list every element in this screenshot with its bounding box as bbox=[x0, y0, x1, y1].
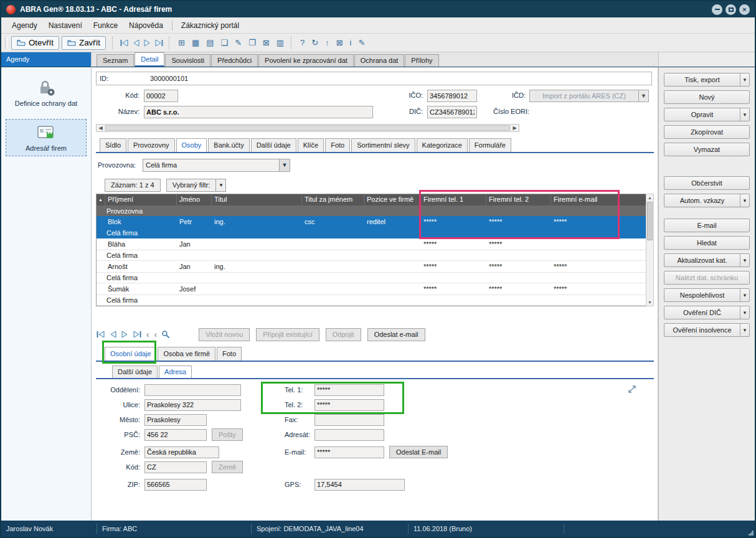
action-autom-vzkazy-button[interactable]: Autom. vzkazy▾ bbox=[664, 194, 750, 207]
sort-ascending-icon[interactable]: ▲ bbox=[97, 194, 105, 205]
tab-povoleni-ke-zpracovani-dat[interactable]: Povolení ke zpracování dat bbox=[258, 54, 354, 67]
tab-dalsi-udaje[interactable]: Další údaje bbox=[112, 366, 158, 378]
tab-detail[interactable]: Detail bbox=[135, 52, 164, 67]
tab-adresa[interactable]: Adresa bbox=[159, 366, 192, 378]
filter-dropdown[interactable]: Vybraný filtr: ▾ bbox=[166, 179, 227, 192]
document-icon[interactable]: ❏ bbox=[219, 39, 230, 47]
tab-bank-ucty[interactable]: Bank.účty bbox=[208, 138, 249, 152]
close-agenda-button[interactable]: Zavřít bbox=[62, 36, 106, 50]
chevron-left-icon[interactable]: ‹ bbox=[146, 329, 150, 339]
table-view-icon[interactable]: ▦ bbox=[190, 39, 201, 47]
dropdown-arrow-icon[interactable]: ▾ bbox=[740, 306, 749, 319]
tab-foto[interactable]: Foto bbox=[325, 138, 350, 152]
dropdown-arrow-icon[interactable]: ▾ bbox=[740, 108, 749, 121]
dic-input[interactable] bbox=[427, 106, 477, 118]
scroll-right-icon[interactable]: ▶ bbox=[511, 125, 519, 131]
action-e-mail-button[interactable]: E-mail bbox=[664, 219, 750, 232]
help-document-icon[interactable]: ? bbox=[298, 39, 306, 47]
ares-import-button[interactable]: Import z portálu ARES (CZ) ▼ bbox=[529, 90, 649, 102]
menu-item-agendy[interactable]: Agendy bbox=[6, 19, 43, 32]
field-ulice[interactable] bbox=[144, 399, 241, 411]
tab-sortimentni-slevy[interactable]: Sortimentní slevy bbox=[351, 138, 415, 152]
odeslat-e-mail-button[interactable]: Odeslat E-mail bbox=[389, 446, 448, 458]
field-adresat[interactable] bbox=[314, 429, 384, 441]
action-aktualizovat-kat-button[interactable]: Aktualizovat kat.▾ bbox=[664, 253, 750, 267]
table-row[interactable]: ArnoštJaning.*************** bbox=[97, 261, 646, 273]
dropdown-arrow-icon[interactable]: ▾ bbox=[740, 73, 749, 86]
dropdown-arrow-icon[interactable]: ▼ bbox=[638, 90, 648, 101]
dropdown-arrow-icon[interactable]: ▾ bbox=[215, 179, 225, 191]
tab-formulare[interactable]: Formuláře bbox=[469, 138, 511, 152]
first-record-icon[interactable] bbox=[120, 39, 129, 47]
dropdown-arrow-icon[interactable]: ▾ bbox=[740, 289, 749, 301]
table-row[interactable]: BláhaJan********** bbox=[97, 238, 646, 250]
scrollbar-thumb[interactable] bbox=[647, 202, 653, 240]
action-novy-button[interactable]: Nový bbox=[664, 90, 750, 104]
action-overeni-insolvence-button[interactable]: Ověření insolvence▾ bbox=[664, 323, 750, 337]
document-close-icon[interactable]: ⊠ bbox=[261, 39, 272, 47]
field-tel-1[interactable] bbox=[314, 384, 384, 396]
tab-foto[interactable]: Foto bbox=[217, 347, 242, 361]
table-row[interactable]: BlokPetring.cscreditel*************** bbox=[97, 216, 646, 228]
dropdown-arrow-icon[interactable]: ▾ bbox=[740, 254, 749, 267]
scroll-left-icon[interactable]: ◀ bbox=[97, 125, 105, 131]
dropdown-arrow-icon[interactable]: ▾ bbox=[740, 324, 749, 336]
upload-document-icon[interactable]: ↑ bbox=[323, 39, 331, 47]
column-header-firemni-tel-2[interactable]: Firemní tel. 2 bbox=[486, 194, 551, 205]
action-obcerstvit-button[interactable]: Občerstvit bbox=[664, 176, 750, 190]
field-fax[interactable] bbox=[314, 414, 384, 426]
print-icon[interactable]: ▤ bbox=[204, 39, 215, 47]
action-zkopirovat-button[interactable]: Zkopírovat bbox=[664, 125, 750, 139]
info-document-icon[interactable]: i bbox=[348, 39, 354, 47]
field-zip[interactable] bbox=[144, 479, 207, 491]
nazev-input[interactable] bbox=[144, 106, 373, 118]
close-window-icon[interactable]: ⊠ bbox=[334, 39, 345, 47]
column-header-jmeno[interactable]: Jméno bbox=[177, 194, 212, 205]
last-row-icon[interactable] bbox=[133, 331, 142, 338]
ico-input[interactable] bbox=[427, 90, 477, 102]
send-email-button[interactable]: Odeslat e-mail bbox=[367, 328, 425, 341]
column-header-titul[interactable]: Titul bbox=[212, 194, 302, 205]
tab-klice[interactable]: Klíče bbox=[298, 138, 324, 152]
previous-record-icon[interactable] bbox=[132, 39, 140, 47]
vertical-scrollbar[interactable]: ▲ ▼ bbox=[646, 194, 654, 306]
last-record-icon[interactable] bbox=[154, 39, 164, 47]
tab-ochrana-dat[interactable]: Ochrana dat bbox=[354, 54, 405, 67]
table-row[interactable]: ŠumákJosef*************** bbox=[97, 283, 646, 295]
note-edit-icon[interactable]: ✎ bbox=[356, 39, 367, 47]
previous-row-icon[interactable] bbox=[109, 331, 117, 338]
tab-seznam[interactable]: Seznam bbox=[97, 54, 134, 67]
subgroup-row[interactable]: Celá firma bbox=[97, 228, 646, 238]
tab-provozovny[interactable]: Provozovny bbox=[128, 138, 174, 152]
menu-item-napoveda[interactable]: Nápověda bbox=[123, 19, 169, 32]
subgroup-row[interactable]: Celá firma bbox=[97, 273, 646, 283]
field-kod[interactable] bbox=[144, 461, 207, 473]
action-vymazat-button[interactable]: Vymazat bbox=[664, 143, 750, 156]
restore-button[interactable] bbox=[725, 4, 736, 15]
edit-document-icon[interactable]: ✎ bbox=[233, 39, 243, 47]
action-overeni-dic-button[interactable]: Ověření DIČ▾ bbox=[664, 306, 750, 319]
dropdown-arrow-icon[interactable]: ▼ bbox=[279, 159, 290, 171]
expand-panel-icon[interactable] bbox=[628, 385, 636, 395]
field-tel-2[interactable] bbox=[314, 399, 384, 411]
subgroup-row[interactable]: Celá firma bbox=[97, 250, 646, 261]
field-e-mail[interactable] bbox=[314, 446, 384, 458]
kod-input[interactable] bbox=[144, 90, 178, 102]
tab-predchudci[interactable]: Předchůdci bbox=[211, 54, 258, 67]
close-button[interactable]: × bbox=[739, 4, 750, 15]
next-record-icon[interactable] bbox=[143, 39, 151, 47]
column-header-firemni-e-mail[interactable]: Firemní e-mail bbox=[551, 194, 646, 205]
field-psc[interactable] bbox=[144, 429, 207, 441]
open-button[interactable]: Otevřít bbox=[11, 36, 59, 50]
minimize-button[interactable] bbox=[712, 4, 722, 15]
action-opravit-button[interactable]: Opravit▾ bbox=[664, 108, 750, 121]
scrollbar-thumb[interactable] bbox=[105, 125, 510, 131]
refresh-document-icon[interactable]: ↻ bbox=[309, 39, 320, 47]
group-row[interactable]: Provozovna bbox=[97, 205, 646, 216]
action-nespolehlivost-button[interactable]: Nespolehlivost▾ bbox=[664, 288, 750, 302]
column-header-titul-za-jmenem[interactable]: Titul za jménem bbox=[302, 194, 364, 205]
chevron-left-icon[interactable]: ‹ bbox=[154, 329, 158, 339]
field-oddeleni[interactable] bbox=[144, 384, 241, 396]
field-mesto[interactable] bbox=[144, 414, 207, 426]
column-header-firemni-tel-1[interactable]: Firemní tel. 1 bbox=[421, 194, 486, 205]
